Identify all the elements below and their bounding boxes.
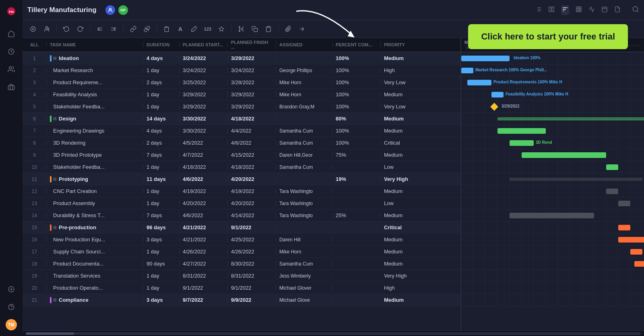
sidebar-item-people[interactable] bbox=[3, 61, 19, 77]
gantt-bar[interactable] bbox=[510, 140, 534, 146]
row-task-name[interactable]: Stakeholder Feedba... bbox=[47, 104, 143, 110]
row-task-name[interactable]: Stakeholder Feedba... bbox=[47, 164, 143, 170]
number-btn[interactable]: 123 bbox=[202, 23, 213, 35]
sidebar-item-help[interactable] bbox=[3, 299, 19, 315]
table-row[interactable]: 14 Durability & Stress T... 7 days 4/6/2… bbox=[23, 209, 460, 222]
row-task-name[interactable]: CNC Part Creation bbox=[47, 188, 143, 194]
col-all-header[interactable]: ALL bbox=[23, 42, 47, 47]
col-priority-header[interactable]: PRIORITY bbox=[381, 42, 421, 47]
gantt-bar[interactable] bbox=[618, 237, 644, 243]
gantt-milestone[interactable] bbox=[490, 103, 498, 111]
table-row[interactable]: 10 Stakeholder Feedba... 1 day 4/18/2022… bbox=[23, 161, 460, 173]
add-person-btn[interactable] bbox=[41, 23, 52, 35]
table-row[interactable]: 18 Product Documenta... 90 days 4/27/202… bbox=[23, 258, 460, 270]
paste-btn[interactable] bbox=[263, 23, 274, 35]
table-row[interactable]: 15 ⊟ Pre-production 96 days 4/21/2022 9/… bbox=[23, 222, 460, 234]
scrollbar-thumb[interactable] bbox=[26, 332, 74, 335]
row-task-name[interactable]: ⊟ Compliance bbox=[47, 297, 143, 303]
view-calendar-icon[interactable] bbox=[601, 6, 608, 14]
scrollbar-track[interactable] bbox=[26, 332, 641, 335]
row-task-name[interactable]: 3D Printed Prototype bbox=[47, 152, 143, 158]
table-row[interactable]: 20 Production Operato... 1 day 9/1/2022 … bbox=[23, 282, 460, 294]
col-finish-header[interactable]: PLANNED FINISH ... bbox=[228, 40, 276, 50]
row-task-name[interactable]: ⊟ Prototyping bbox=[47, 176, 143, 183]
col-start-header[interactable]: PLANNED START... bbox=[180, 42, 228, 47]
table-row[interactable]: 3 Product Requireme... 2 days 3/25/2022 … bbox=[23, 77, 460, 89]
row-task-name[interactable]: Engineering Drawings bbox=[47, 128, 143, 134]
gantt-bar[interactable] bbox=[461, 68, 473, 73]
gantt-bar[interactable] bbox=[497, 117, 644, 120]
sidebar-item-briefcase[interactable] bbox=[3, 79, 19, 95]
redo-btn[interactable] bbox=[74, 23, 86, 35]
row-task-name[interactable]: Product Documenta... bbox=[47, 261, 143, 267]
gantt-bar[interactable] bbox=[634, 261, 644, 267]
table-row[interactable]: 21 ⊟ Compliance 3 days 9/7/2022 9/9/2022… bbox=[23, 294, 460, 306]
view-table-icon[interactable] bbox=[576, 6, 582, 14]
unlink-btn[interactable] bbox=[141, 23, 153, 35]
table-row[interactable]: 9 3D Printed Prototype 7 days 4/7/2022 4… bbox=[23, 149, 460, 161]
gantt-bar[interactable] bbox=[630, 249, 642, 255]
search-icon[interactable] bbox=[632, 6, 639, 15]
table-row[interactable]: 1 ⊟ Ideation 4 days 3/24/2022 3/29/2022 … bbox=[23, 52, 460, 64]
row-task-name[interactable]: Market Research bbox=[47, 67, 143, 73]
attach-btn[interactable] bbox=[283, 23, 294, 35]
copy-btn[interactable] bbox=[249, 23, 260, 35]
text-btn[interactable]: A bbox=[175, 23, 186, 35]
row-task-name[interactable]: Product Requireme... bbox=[47, 79, 143, 85]
gantt-bar[interactable] bbox=[522, 152, 606, 158]
indent-left-btn[interactable] bbox=[94, 23, 105, 35]
sidebar-item-avatar[interactable]: TM bbox=[3, 317, 19, 333]
view-list-icon[interactable] bbox=[535, 6, 542, 14]
gantt-bar[interactable] bbox=[491, 92, 504, 97]
add-task-btn[interactable] bbox=[27, 23, 39, 35]
row-task-name[interactable]: Production Operato... bbox=[47, 285, 143, 291]
table-row[interactable]: 5 Stakeholder Feedba... 1 day 3/29/2022 … bbox=[23, 101, 460, 113]
link-btn[interactable] bbox=[128, 23, 139, 35]
arrow-btn[interactable] bbox=[296, 23, 308, 35]
gantt-bar[interactable] bbox=[461, 56, 510, 61]
undo-btn[interactable] bbox=[61, 23, 72, 35]
gantt-bar[interactable] bbox=[618, 225, 630, 230]
sidebar-item-home[interactable] bbox=[3, 26, 19, 42]
cut-btn[interactable] bbox=[235, 23, 247, 35]
paint-btn[interactable] bbox=[188, 23, 200, 35]
row-task-name[interactable]: ⊟ Ideation bbox=[47, 55, 143, 62]
gantt-bar[interactable] bbox=[618, 201, 630, 206]
table-row[interactable]: 11 ⊟ Prototyping 11 days 4/6/2022 4/20/2… bbox=[23, 173, 460, 185]
indent-right-btn[interactable] bbox=[108, 23, 119, 35]
table-row[interactable]: 6 ⊟ Design 14 days 3/30/2022 4/18/2022 8… bbox=[23, 113, 460, 125]
table-row[interactable]: 17 Supply Chain Sourci... 1 day 4/26/202… bbox=[23, 246, 460, 258]
row-task-name[interactable]: Translation Services bbox=[47, 273, 143, 279]
sidebar-item-clock[interactable] bbox=[3, 44, 19, 60]
table-row[interactable]: 7 Engineering Drawings 4 days 3/30/2022 … bbox=[23, 125, 460, 137]
view-chart-icon[interactable] bbox=[588, 6, 595, 14]
row-task-name[interactable]: 3D Rendering bbox=[47, 140, 143, 146]
avatar-user2[interactable]: GP bbox=[118, 4, 129, 16]
table-row[interactable]: 12 CNC Part Creation 1 day 4/19/2022 4/1… bbox=[23, 185, 460, 197]
row-task-name[interactable]: Durability & Stress T... bbox=[47, 212, 143, 218]
view-doc-icon[interactable] bbox=[614, 6, 621, 14]
table-row[interactable]: 13 Product Assembly 1 day 4/20/2022 4/20… bbox=[23, 197, 460, 209]
table-row[interactable]: 16 New Production Equ... 3 days 4/21/202… bbox=[23, 234, 460, 246]
cta-banner[interactable]: Click here to start your free trial bbox=[468, 24, 628, 49]
gantt-bar[interactable] bbox=[510, 178, 642, 181]
row-task-name[interactable]: New Production Equ... bbox=[47, 236, 143, 243]
row-task-name[interactable]: ⊟ Design bbox=[47, 116, 143, 122]
row-task-name[interactable]: ⊟ Pre-production bbox=[47, 224, 143, 231]
sidebar-item-add[interactable] bbox=[3, 281, 19, 297]
row-task-name[interactable]: Feasibility Analysis bbox=[47, 91, 143, 97]
avatar-user1[interactable] bbox=[105, 4, 116, 16]
table-row[interactable]: 19 Translation Services 1 day 8/31/2022 … bbox=[23, 270, 460, 282]
shape-btn[interactable] bbox=[216, 23, 227, 35]
app-logo[interactable]: PM bbox=[3, 3, 19, 19]
col-pct-header[interactable]: PERCENT COM... bbox=[332, 42, 381, 47]
gantt-bar[interactable] bbox=[606, 189, 618, 194]
row-task-name[interactable]: Supply Chain Sourci... bbox=[47, 249, 143, 255]
table-row[interactable]: 2 Market Research 1 day 3/24/2022 3/24/2… bbox=[23, 64, 460, 77]
col-task-header[interactable]: TASK NAME bbox=[47, 42, 143, 47]
col-dur-header[interactable]: DURATION bbox=[143, 42, 180, 47]
row-task-name[interactable]: Product Assembly bbox=[47, 200, 143, 206]
table-row[interactable]: 8 3D Rendering 2 days 4/5/2022 4/6/2022 … bbox=[23, 137, 460, 149]
col-assigned-header[interactable]: ASSIGNED bbox=[276, 42, 332, 47]
view-gantt-icon[interactable] bbox=[561, 5, 569, 15]
